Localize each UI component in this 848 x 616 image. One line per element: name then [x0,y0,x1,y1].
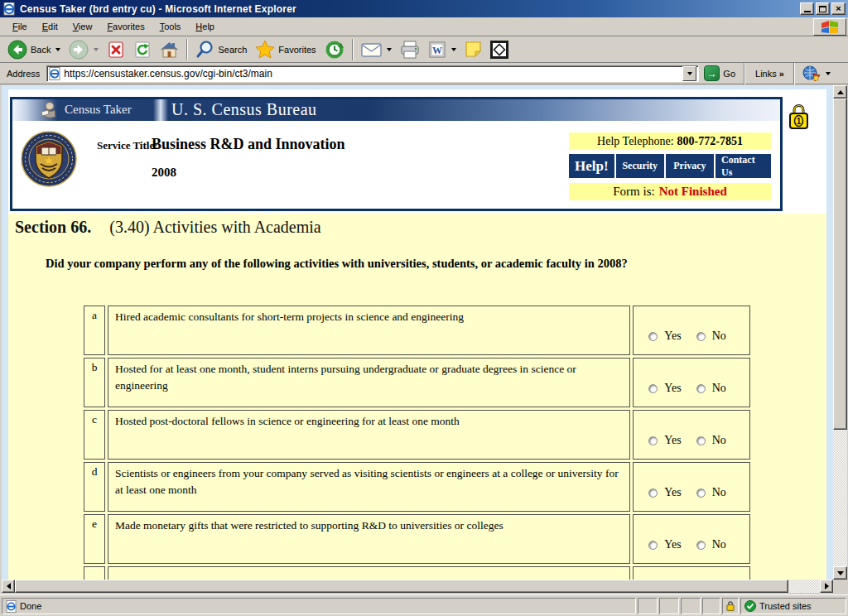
standard-toolbar: Back [0,36,848,63]
radio-e-no[interactable] [696,541,706,550]
radio-a-yes[interactable] [648,332,658,341]
status-ie-icon [6,600,17,613]
address-url: https://censustaker.census.gov/cgi-bin/c… [64,68,272,79]
form-status-value: Not Finished [659,185,727,199]
table-row-d: d Scientists or engineers from your comp… [84,462,750,512]
svg-text:1: 1 [797,117,802,126]
page-right-margin [826,85,833,580]
security-button[interactable]: Security [616,154,664,178]
word-dropdown-icon[interactable] [451,48,456,51]
back-button[interactable]: Back [3,38,65,61]
mail-dropdown-icon[interactable] [387,48,392,51]
activities-table: a Hired academic consultants for short-t… [81,303,753,580]
menu-tools[interactable]: Tools [152,19,189,34]
minimize-button[interactable] [800,2,814,15]
header-nav-buttons: Help! Security Privacy Contact Us [569,154,771,178]
refresh-button[interactable] [129,38,156,61]
radio-d-yes[interactable] [648,488,658,498]
address-input[interactable]: https://censustaker.census.gov/cgi-bin/c… [46,65,699,82]
forward-button[interactable] [65,38,103,61]
research-button[interactable] [486,38,513,61]
back-dropdown-icon[interactable] [55,48,60,51]
scroll-right-button[interactable] [820,580,833,593]
status-panel-empty [702,598,720,614]
help-button[interactable]: Help! [569,154,614,178]
svg-text:W: W [432,44,442,55]
status-panel-empty [638,598,658,614]
addressbar-separator [744,63,745,84]
notes-button[interactable] [460,38,486,61]
row-description: Made monetary gifts that were restricted… [108,514,630,564]
page-tools-dropdown-icon[interactable] [826,72,831,75]
status-lock-icon [726,600,735,612]
radio-b-yes[interactable] [648,384,658,393]
census-banner: Census Taker U. S. Census Bureau [12,99,780,121]
history-icon [325,40,344,60]
section-title: (3.40) Activities with Academia [109,218,321,236]
go-button[interactable]: → Go [699,65,740,81]
vertical-scroll-thumb[interactable] [833,99,847,430]
back-icon [7,40,27,60]
history-button[interactable] [320,38,349,61]
radio-d-no[interactable] [696,488,706,498]
toolbar-separator [352,39,354,60]
address-bar: Address https://censustaker.census.gov/c… [0,63,848,84]
title-bar: Census Taker (brd entry cu) - Microsoft … [0,0,848,17]
census-bureau-seal [21,131,77,187]
section-number: Section 66. [15,218,91,236]
menu-favorites[interactable]: Favorites [99,19,152,34]
toolbar-separator [186,39,188,60]
radio-e-yes[interactable] [648,541,658,550]
scroll-up-button[interactable] [833,85,847,99]
no-label: No [712,434,726,447]
favorites-label: Favorites [278,45,316,55]
scroll-left-button[interactable] [2,580,15,593]
row-answer-cell: Yes No [633,410,750,460]
status-panel-empty [681,598,701,614]
scroll-down-button[interactable] [833,566,847,580]
stop-button[interactable] [103,38,129,61]
row-description: Hosted post-doctoral fellows in science … [108,410,630,460]
print-button[interactable] [396,38,424,61]
radio-c-no[interactable] [696,436,706,445]
horizontal-scrollbar[interactable] [2,580,833,593]
browser-body: Census Taker U. S. Census Bureau Service… [0,85,848,580]
secure-lock-icon: 1 [788,103,810,131]
row-letter: b [84,358,105,407]
page-tools-button[interactable] [798,62,835,85]
privacy-button[interactable]: Privacy [666,154,714,178]
radio-c-yes[interactable] [648,436,658,445]
menu-view[interactable]: View [65,19,100,34]
mail-button[interactable] [357,38,396,61]
radio-a-no[interactable] [696,332,706,341]
links-label: Links [755,69,777,79]
banner-brand: Census Taker [65,103,132,117]
row-description: Hosted for at least one month, student i… [108,358,630,407]
favorites-button[interactable]: Favorites [251,38,320,61]
menu-help[interactable]: Help [188,19,222,34]
search-button[interactable]: Search [191,38,251,61]
vertical-scrollbar[interactable] [833,85,847,580]
radio-b-no[interactable] [696,384,706,393]
home-button[interactable] [156,38,183,61]
contact-us-button[interactable]: Contact Us [716,154,771,178]
service-year: 2008 [152,166,176,180]
restore-button[interactable] [816,2,830,15]
menu-edit[interactable]: Edit [35,19,65,34]
address-dropdown-button[interactable] [682,66,696,81]
page-viewport: Census Taker U. S. Census Bureau Service… [2,85,833,580]
question-text: Did your company perform any of the foll… [46,257,628,271]
banner-seam [153,99,168,121]
close-button[interactable]: × [831,2,846,15]
search-label: Search [218,45,247,55]
row-answer-cell: Yes No [633,306,750,355]
section-heading: Section 66.(3.40) Activities with Academ… [15,218,321,237]
horizontal-scroll-thumb[interactable] [15,580,788,593]
address-label: Address [3,69,46,79]
forward-dropdown-icon[interactable] [94,48,99,51]
no-label: No [712,382,726,395]
menu-file[interactable]: File [5,19,35,34]
edit-with-word-button[interactable]: W [424,38,460,61]
links-button[interactable]: Links » [749,69,790,79]
help-phone-bar: Help Telephone: 800-772-7851 [569,132,771,150]
